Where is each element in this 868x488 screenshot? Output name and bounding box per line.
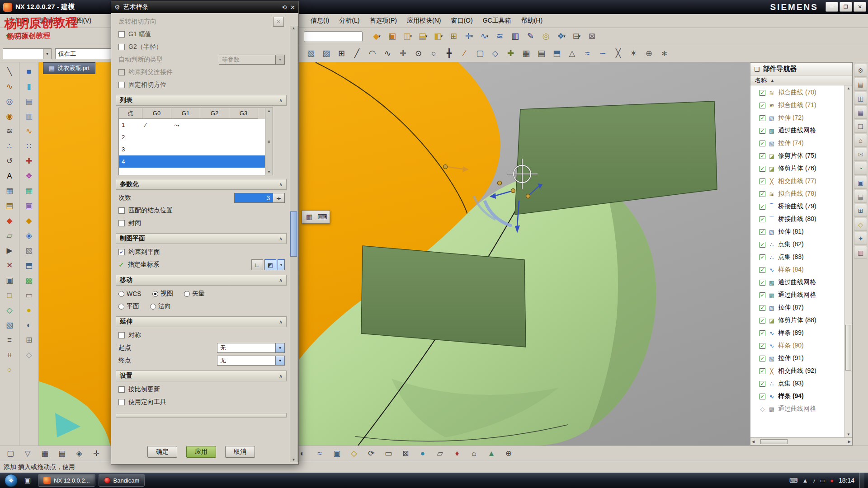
- toolbar-icon[interactable]: ◆: [21, 214, 37, 228]
- toolbar-icon[interactable]: ✶: [627, 47, 641, 60]
- constrain-parent-checkbox[interactable]: [118, 69, 125, 75]
- feature-tree-item[interactable]: ✓≋拟合曲线 (71): [750, 99, 844, 112]
- chevron-down-icon[interactable]: ▾: [579, 34, 581, 38]
- toolbar-icon[interactable]: ✛: [396, 47, 410, 60]
- toolbar-icon[interactable]: ❖▾: [554, 29, 568, 43]
- menu-item[interactable]: 视图(V): [66, 14, 97, 28]
- toolbar-icon[interactable]: ▦: [519, 47, 533, 60]
- toolbar-icon[interactable]: ❖: [21, 169, 37, 183]
- move-section-header[interactable]: 移动 ∧: [116, 275, 287, 286]
- feature-checkbox[interactable]: ✓: [760, 153, 765, 159]
- toolbar-icon[interactable]: ⬒: [21, 258, 37, 272]
- tray-icon[interactable]: ▭: [820, 477, 826, 484]
- resource-tab-icon[interactable]: ▤: [854, 78, 867, 91]
- taskbar-task-bandicam[interactable]: Bandicam: [99, 474, 145, 487]
- chevron-down-icon[interactable]: ▾: [275, 343, 284, 352]
- feature-tree-item[interactable]: ✓▧拉伸 (87): [750, 301, 844, 314]
- extension-start-combo[interactable]: 无 ▾: [217, 343, 285, 353]
- minimize-button[interactable]: ─: [826, 2, 838, 12]
- radio-plane[interactable]: 平面: [118, 302, 139, 310]
- radio-selected-icon[interactable]: [152, 291, 158, 297]
- scroll-up-icon[interactable]: ▲: [267, 109, 271, 113]
- feature-tree-item[interactable]: ✓╳相交曲线 (77): [750, 175, 844, 188]
- menu-item[interactable]: 首选项(P): [364, 14, 402, 28]
- radio-wcs[interactable]: WCS: [118, 290, 142, 297]
- sort-ascending-icon[interactable]: ▲: [770, 78, 774, 83]
- resource-tab-icon[interactable]: ❏: [854, 120, 867, 133]
- feature-tree-item[interactable]: ✓∿样条 (89): [750, 327, 844, 339]
- feature-tree-item[interactable]: ✓▧拉伸 (74): [750, 137, 844, 150]
- radio-icon[interactable]: [150, 304, 156, 310]
- selection-scope-input[interactable]: ▾: [3, 48, 52, 59]
- toolbar-icon[interactable]: ◉: [2, 109, 17, 123]
- toolbar-icon[interactable]: ✕: [2, 258, 17, 272]
- feature-checkbox[interactable]: ✓: [760, 381, 765, 387]
- feature-checkbox[interactable]: ✓: [760, 394, 765, 399]
- scroll-right-icon[interactable]: ▶: [848, 440, 851, 444]
- resource-tab-icon[interactable]: ▥: [854, 246, 867, 259]
- onscreen-input-icon[interactable]: ▦: [303, 211, 315, 222]
- toolbar-icon[interactable]: ↺: [2, 154, 17, 168]
- resource-tab-icon[interactable]: ⌂: [854, 134, 867, 147]
- feature-tree-item[interactable]: ✓▧拉伸 (91): [750, 352, 844, 365]
- feature-tree-item[interactable]: ✓▧拉伸 (81): [750, 225, 844, 238]
- toolbar-icon[interactable]: ╳: [611, 47, 625, 60]
- extension-section-header[interactable]: 延伸 ∧: [116, 316, 287, 327]
- toolbar-icon[interactable]: ∕: [458, 47, 472, 60]
- feature-checkbox[interactable]: ✓: [760, 368, 765, 374]
- part-window-tab[interactable]: ▤ 洗衣液瓶.prt: [43, 62, 95, 74]
- spline-point[interactable]: [443, 165, 448, 169]
- toolbar-icon[interactable]: ▩: [21, 273, 37, 287]
- chevron-up-icon[interactable]: ∧: [279, 236, 283, 242]
- feature-tree-item[interactable]: ✓◪修剪片体 (75): [750, 150, 844, 162]
- parameterization-section-header[interactable]: 参数化 ∧: [116, 179, 287, 190]
- toolbar-icon[interactable]: ◆▾: [370, 29, 384, 43]
- resource-tab-icon[interactable]: ⊞: [854, 204, 867, 217]
- spline-point-row[interactable]: 3: [119, 143, 265, 155]
- scroll-up-icon[interactable]: ▲: [847, 86, 850, 90]
- toolbar-icon[interactable]: ♦: [450, 447, 464, 460]
- toolbar-icon[interactable]: ✛: [90, 447, 103, 460]
- toolbar-icon[interactable]: ▦: [2, 184, 17, 198]
- menu-item[interactable]: 编辑(E): [34, 14, 66, 28]
- toolbar-icon[interactable]: ●: [21, 303, 37, 317]
- settings-section-header[interactable]: 设置 ∧: [116, 371, 287, 381]
- scroll-down-icon[interactable]: ▼: [292, 458, 296, 462]
- toolbar-icon[interactable]: △: [565, 47, 579, 60]
- feature-checkbox[interactable]: ✓: [760, 191, 765, 197]
- feature-tree-item[interactable]: ✓∿样条 (94): [750, 390, 844, 403]
- resource-tab-icon[interactable]: ⚙: [854, 64, 867, 77]
- toolbar-icon[interactable]: ≡: [2, 333, 17, 347]
- menu-item[interactable]: 信息(I): [306, 14, 334, 28]
- menu-item[interactable]: 窗口(O): [446, 14, 477, 28]
- toolbar-icon[interactable]: ⌗: [2, 348, 17, 362]
- toolbar-icon[interactable]: ◇: [347, 447, 361, 460]
- feature-checkbox[interactable]: ✓: [760, 115, 765, 121]
- menu-item[interactable]: 应用模块(N): [402, 14, 446, 28]
- feature-checkbox[interactable]: ✓: [760, 229, 765, 235]
- toolbar-icon[interactable]: ∷: [21, 139, 37, 153]
- toolbar-icon[interactable]: ✛▾: [462, 29, 476, 43]
- toolbar-icon[interactable]: ▭: [382, 447, 395, 460]
- feature-tree-item[interactable]: ✓∿样条 (90): [750, 339, 844, 352]
- toolbar-icon[interactable]: ✚: [504, 47, 518, 60]
- spline-point[interactable]: [526, 194, 530, 198]
- start-menu-button[interactable]: ❖ 启动 ▾: [5, 31, 31, 41]
- navigator-column-header[interactable]: 名称 ▲: [750, 75, 852, 85]
- feature-checkbox[interactable]: ✓: [760, 178, 765, 184]
- g1-magnitude-checkbox[interactable]: [118, 31, 125, 38]
- toolbar-icon[interactable]: ▤: [21, 94, 37, 108]
- toolbar-icon[interactable]: ≋: [493, 29, 507, 43]
- radio-icon[interactable]: [118, 291, 124, 297]
- symmetric-checkbox[interactable]: [118, 332, 125, 338]
- command-finder[interactable]: [304, 31, 363, 42]
- tray-icon[interactable]: ▲: [802, 477, 808, 484]
- toolbar-icon[interactable]: ╱: [350, 47, 364, 60]
- toolbar-icon[interactable]: ■: [21, 65, 37, 79]
- toolbar-icon[interactable]: ∿: [21, 124, 37, 138]
- chevron-down-icon[interactable]: ▾: [43, 49, 51, 59]
- navigator-hscroll-thumb[interactable]: [760, 439, 788, 444]
- toolbar-icon[interactable]: ⌂: [467, 447, 481, 460]
- resource-tab-icon[interactable]: ✉: [854, 148, 867, 161]
- spline-point-row[interactable]: 4: [119, 155, 265, 168]
